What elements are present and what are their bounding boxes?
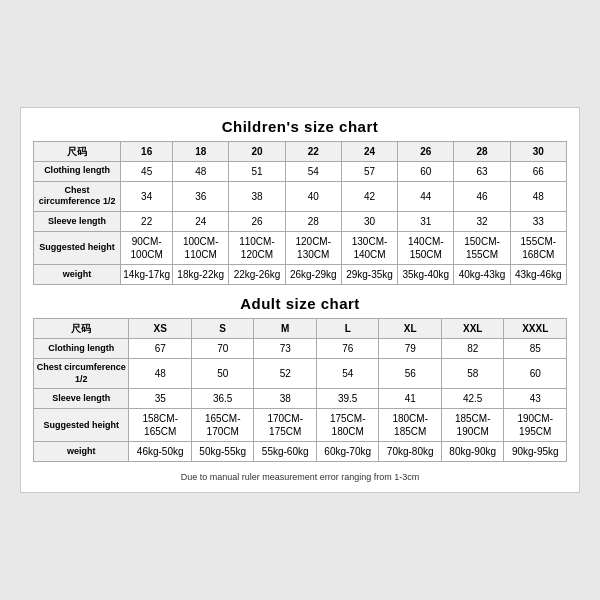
- cell: 45: [121, 161, 173, 181]
- column-header: 28: [454, 141, 510, 161]
- cell: 43kg-46kg: [510, 265, 566, 285]
- cell: 50: [191, 359, 254, 389]
- table-row: weight46kg-50kg50kg-55kg55kg-60kg60kg-70…: [34, 442, 567, 462]
- row-label: Sleeve length: [34, 212, 121, 232]
- cell: 52: [254, 359, 317, 389]
- cell: 38: [254, 389, 317, 409]
- row-label: weight: [34, 442, 129, 462]
- cell: 57: [341, 161, 397, 181]
- cell: 150CM-155CM: [454, 232, 510, 265]
- cell: 54: [316, 359, 379, 389]
- row-label: Suggested height: [34, 409, 129, 442]
- cell: 51: [229, 161, 285, 181]
- cell: 35kg-40kg: [398, 265, 454, 285]
- column-header: 16: [121, 141, 173, 161]
- table-row: Sleeve length2224262830313233: [34, 212, 567, 232]
- cell: 80kg-90kg: [441, 442, 504, 462]
- cell: 58: [441, 359, 504, 389]
- cell: 29kg-35kg: [341, 265, 397, 285]
- cell: 76: [316, 339, 379, 359]
- row-label: Clothing length: [34, 339, 129, 359]
- column-header: 尺码: [34, 319, 129, 339]
- column-header: 18: [173, 141, 229, 161]
- column-header: L: [316, 319, 379, 339]
- cell: 60: [398, 161, 454, 181]
- column-header: XXXL: [504, 319, 567, 339]
- cell: 50kg-55kg: [191, 442, 254, 462]
- cell: 46: [454, 181, 510, 211]
- table-row: Suggested height158CM-165CM165CM-170CM17…: [34, 409, 567, 442]
- cell: 180CM-185CM: [379, 409, 442, 442]
- cell: 130CM-140CM: [341, 232, 397, 265]
- cell: 43: [504, 389, 567, 409]
- cell: 48: [129, 359, 192, 389]
- cell: 190CM-195CM: [504, 409, 567, 442]
- cell: 40: [285, 181, 341, 211]
- cell: 40kg-43kg: [454, 265, 510, 285]
- cell: 185CM-190CM: [441, 409, 504, 442]
- cell: 48: [510, 181, 566, 211]
- cell: 41: [379, 389, 442, 409]
- cell: 82: [441, 339, 504, 359]
- cell: 67: [129, 339, 192, 359]
- cell: 31: [398, 212, 454, 232]
- cell: 165CM-170CM: [191, 409, 254, 442]
- cell: 70: [191, 339, 254, 359]
- row-label: weight: [34, 265, 121, 285]
- cell: 54: [285, 161, 341, 181]
- cell: 100CM-110CM: [173, 232, 229, 265]
- cell: 42.5: [441, 389, 504, 409]
- column-header: XL: [379, 319, 442, 339]
- table-row: Clothing length67707376798285: [34, 339, 567, 359]
- cell: 24: [173, 212, 229, 232]
- cell: 48: [173, 161, 229, 181]
- column-header: 26: [398, 141, 454, 161]
- cell: 55kg-60kg: [254, 442, 317, 462]
- table-row: Clothing length4548515457606366: [34, 161, 567, 181]
- cell: 30: [341, 212, 397, 232]
- cell: 26: [229, 212, 285, 232]
- column-header: M: [254, 319, 317, 339]
- column-header: XS: [129, 319, 192, 339]
- table-row: Chest circumference 1/248505254565860: [34, 359, 567, 389]
- row-label: Sleeve length: [34, 389, 129, 409]
- cell: 120CM-130CM: [285, 232, 341, 265]
- cell: 44: [398, 181, 454, 211]
- cell: 14kg-17kg: [121, 265, 173, 285]
- cell: 110CM-120CM: [229, 232, 285, 265]
- cell: 36: [173, 181, 229, 211]
- cell: 34: [121, 181, 173, 211]
- table-row: Sleeve length3536.53839.54142.543: [34, 389, 567, 409]
- cell: 22: [121, 212, 173, 232]
- column-header: 尺码: [34, 141, 121, 161]
- cell: 73: [254, 339, 317, 359]
- cell: 22kg-26kg: [229, 265, 285, 285]
- cell: 175CM-180CM: [316, 409, 379, 442]
- cell: 85: [504, 339, 567, 359]
- cell: 90CM-100CM: [121, 232, 173, 265]
- cell: 79: [379, 339, 442, 359]
- footer-note: Due to manual ruler measurement error ra…: [33, 472, 567, 482]
- cell: 32: [454, 212, 510, 232]
- cell: 35: [129, 389, 192, 409]
- table-row: Suggested height90CM-100CM100CM-110CM110…: [34, 232, 567, 265]
- cell: 90kg-95kg: [504, 442, 567, 462]
- row-label: Suggested height: [34, 232, 121, 265]
- cell: 18kg-22kg: [173, 265, 229, 285]
- cell: 56: [379, 359, 442, 389]
- table-row: weight14kg-17kg18kg-22kg22kg-26kg26kg-29…: [34, 265, 567, 285]
- adult-title: Adult size chart: [33, 295, 567, 312]
- column-header: S: [191, 319, 254, 339]
- cell: 140CM-150CM: [398, 232, 454, 265]
- cell: 26kg-29kg: [285, 265, 341, 285]
- cell: 155CM-168CM: [510, 232, 566, 265]
- cell: 60: [504, 359, 567, 389]
- adult-table: 尺码XSSMLXLXXLXXXL Clothing length67707376…: [33, 318, 567, 462]
- column-header: 24: [341, 141, 397, 161]
- table-row: Chest circumference 1/23436384042444648: [34, 181, 567, 211]
- cell: 28: [285, 212, 341, 232]
- row-label: Chest circumference 1/2: [34, 181, 121, 211]
- column-header: 20: [229, 141, 285, 161]
- chart-container: Children's size chart 尺码1618202224262830…: [20, 107, 580, 494]
- cell: 70kg-80kg: [379, 442, 442, 462]
